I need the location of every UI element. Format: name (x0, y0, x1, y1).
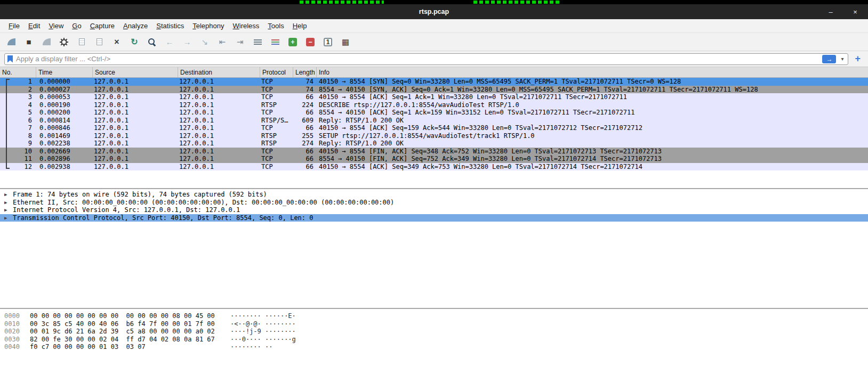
packet-row-1[interactable]: 10.000000127.0.0.1127.0.0.1TCP7440150 → … (0, 78, 868, 86)
hex-offset: 0030 (4, 336, 30, 344)
packet-row-3[interactable]: 30.000053127.0.0.1127.0.0.1TCP6640150 → … (0, 93, 868, 101)
zoom-out-button[interactable]: − (303, 35, 317, 49)
packet-row-8[interactable]: 80.001469127.0.0.1127.0.0.1RTSP255SETUP … (0, 132, 868, 140)
find-packet-button[interactable] (145, 35, 159, 49)
packet-row-5[interactable]: 50.000200127.0.0.1127.0.0.1TCP668554 → 4… (0, 109, 868, 117)
menu-file[interactable]: File (4, 20, 24, 31)
cell-proto: TCP (260, 148, 293, 156)
window-buttons: – × (826, 8, 859, 16)
detail-line[interactable]: ▶Transmission Control Protocol, Src Port… (0, 214, 868, 222)
hex-ascii: ·<··@·@· ········ (230, 320, 296, 328)
cell-src: 127.0.0.1 (93, 93, 178, 101)
cell-src: 127.0.0.1 (93, 117, 178, 125)
cell-dst: 127.0.0.1 (178, 163, 260, 171)
packet-row-7[interactable]: 70.000846127.0.0.1127.0.0.1TCP6640150 → … (0, 124, 868, 132)
auto-scroll-icon (254, 38, 262, 46)
column-header-destination[interactable]: Destination (178, 67, 260, 77)
detail-line-text: Frame 1: 74 bytes on wire (592 bits), 74… (12, 191, 267, 198)
menu-wireless[interactable]: Wireless (229, 20, 264, 31)
go-back-button[interactable]: ← (163, 35, 176, 49)
open-file-button[interactable] (75, 35, 89, 49)
hex-row-0010[interactable]: 001000 3c 85 c5 40 00 40 06 b6 f4 7f 00 … (0, 320, 868, 328)
resize-columns-button[interactable]: ▦ (339, 35, 352, 49)
menu-tools[interactable]: Tools (263, 20, 288, 31)
detail-line[interactable]: ▶Ethernet II, Src: 00:00:00_00:00:00 (00… (0, 199, 868, 207)
cell-time: 0.001469 (36, 132, 93, 140)
expand-arrow-icon[interactable]: ▶ (4, 207, 12, 213)
cell-dst: 127.0.0.1 (178, 101, 260, 109)
column-header-no[interactable]: No. (0, 67, 36, 77)
cell-time: 0.000814 (36, 117, 93, 125)
minimize-button[interactable]: – (826, 8, 835, 16)
packet-row-12[interactable]: 120.002938127.0.0.1127.0.0.1TCP6640150 →… (0, 163, 868, 171)
packet-row-10[interactable]: 100.002669127.0.0.1127.0.0.1TCP6640150 →… (0, 148, 868, 156)
shark-fin-icon (7, 38, 15, 45)
go-to-packet-button[interactable]: ↘ (198, 35, 212, 49)
add-filter-button-plus-icon[interactable]: + (851, 53, 864, 64)
filter-dropdown-icon[interactable]: ▾ (839, 56, 845, 62)
expand-arrow-icon[interactable]: ▶ (4, 215, 12, 221)
packet-row-11[interactable]: 110.002896127.0.0.1127.0.0.1TCP668554 → … (0, 155, 868, 163)
cell-dst: 127.0.0.1 (178, 155, 260, 163)
detail-line[interactable]: ▶Frame 1: 74 bytes on wire (592 bits), 7… (0, 191, 868, 199)
column-header-info[interactable]: Info (317, 67, 868, 77)
packet-row-4[interactable]: 40.000190127.0.0.1127.0.0.1RTSP224DESCRI… (0, 101, 868, 109)
hex-row-0040[interactable]: 0040f0 c7 00 00 00 00 01 03 03 07·······… (0, 343, 868, 351)
go-forward-button[interactable]: → (180, 35, 194, 49)
cell-time: 0.002938 (36, 163, 93, 171)
cell-info: 40150 → 8554 [FIN, ACK] Seq=348 Ack=752 … (317, 148, 868, 156)
close-button[interactable]: × (851, 8, 859, 16)
filter-bookmark-icon[interactable] (7, 55, 13, 63)
go-first-packet-button[interactable]: ⇤ (215, 35, 229, 49)
hex-row-0030[interactable]: 003082 00 fe 30 00 00 02 04 ff d7 04 02 … (0, 336, 868, 344)
hex-ascii: ···0···· ·······g (230, 336, 296, 344)
apply-filter-button[interactable]: → (822, 55, 836, 63)
main-toolbar: ■×↻←→↘⇤⇥+−1▦ (0, 33, 868, 51)
restart-capture-button[interactable] (39, 35, 53, 49)
window-title: rtsp.pcap (0, 8, 868, 15)
menu-help[interactable]: Help (288, 20, 311, 31)
column-header-time[interactable]: Time (36, 67, 93, 77)
cell-len: 224 (293, 101, 317, 109)
menu-view[interactable]: View (44, 20, 68, 31)
packet-row-2[interactable]: 20.000027127.0.0.1127.0.0.1TCP748554 → 4… (0, 86, 868, 94)
hex-row-0000[interactable]: 000000 00 00 00 00 00 00 00 00 00 00 00 … (0, 312, 868, 320)
zoom-in-icon: + (288, 38, 297, 46)
packet-bytes-pane: 000000 00 00 00 00 00 00 00 00 00 00 00 … (0, 309, 868, 383)
expand-arrow-icon[interactable]: ▶ (4, 200, 12, 205)
start-capture-button[interactable] (4, 35, 18, 49)
title-bar: rtsp.pcap – × (0, 4, 868, 19)
packet-row-6[interactable]: 60.000814127.0.0.1127.0.0.1RTSP/S…609Rep… (0, 117, 868, 125)
display-filter-input[interactable] (16, 55, 819, 63)
hex-bytes: f0 c7 00 00 00 00 01 03 03 07 (30, 343, 218, 351)
menu-statistics[interactable]: Statistics (152, 20, 188, 31)
auto-scroll-button[interactable] (251, 35, 264, 49)
cell-src: 127.0.0.1 (93, 148, 178, 156)
menu-edit[interactable]: Edit (24, 20, 44, 31)
capture-options-button[interactable] (57, 35, 71, 49)
menu-go[interactable]: Go (68, 20, 85, 31)
zoom-in-button[interactable]: + (286, 35, 300, 49)
menu-telephony[interactable]: Telephony (188, 20, 228, 31)
colorize-button[interactable] (268, 35, 282, 49)
close-file-button[interactable]: × (110, 35, 124, 49)
menu-analyze[interactable]: Analyze (119, 20, 152, 31)
packet-row-9[interactable]: 90.002238127.0.0.1127.0.0.1RTSP274Reply:… (0, 140, 868, 148)
zoom-original-button[interactable]: 1 (321, 35, 335, 49)
stop-capture-button[interactable]: ■ (22, 35, 36, 49)
detail-line[interactable]: ▶Internet Protocol Version 4, Src: 127.0… (0, 206, 868, 214)
expand-arrow-icon[interactable]: ▶ (4, 192, 12, 197)
terminal-text-artifact (473, 1, 560, 4)
menu-capture[interactable]: Capture (86, 20, 119, 31)
hex-row-0020[interactable]: 002000 01 9c d6 21 6a 2d 39 c5 a8 00 00 … (0, 328, 868, 336)
cell-dst: 127.0.0.1 (178, 117, 260, 125)
column-header-protocol[interactable]: Protocol (260, 67, 293, 77)
column-header-length[interactable]: Length (293, 67, 317, 77)
cell-len: 66 (293, 93, 317, 101)
go-last-packet-button[interactable]: ⇥ (233, 35, 247, 49)
cell-dst: 127.0.0.1 (178, 78, 260, 86)
save-file-button[interactable] (92, 35, 106, 49)
column-header-source[interactable]: Source (93, 67, 178, 77)
reload-file-button[interactable]: ↻ (127, 35, 141, 49)
cell-src: 127.0.0.1 (93, 109, 178, 117)
